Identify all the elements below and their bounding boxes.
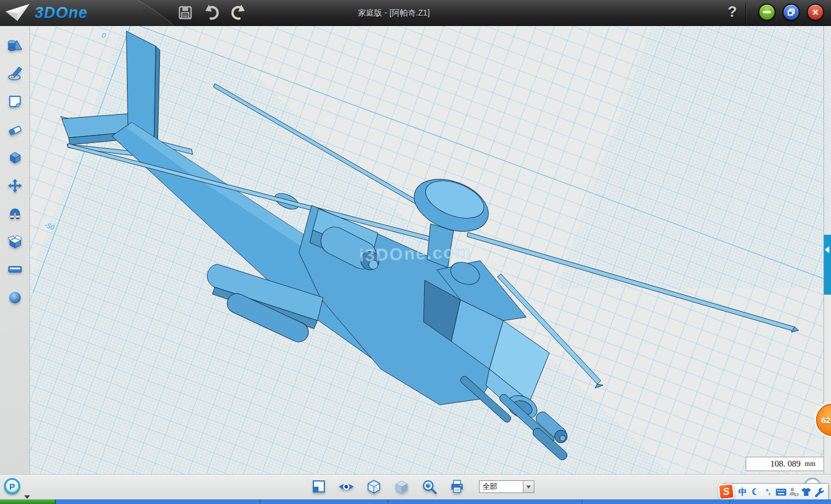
minimize-button[interactable] [758, 3, 776, 21]
shaded-display-button[interactable] [392, 477, 411, 497]
watermark: i3DOne.com [358, 242, 471, 265]
primitive-solids-icon [7, 38, 23, 53]
app-logo: 3DOne [5, 2, 88, 23]
eye-icon [338, 480, 355, 494]
ime-punctuation-toggle[interactable]: °, [762, 484, 774, 499]
badge-count: 62 [821, 415, 831, 425]
move-arrows-icon [8, 178, 23, 193]
ime-fullhalf-moon-icon[interactable]: ☾ [749, 484, 762, 499]
close-button[interactable]: ✕ [807, 3, 824, 21]
sphere-icon [8, 290, 23, 305]
measurement-readout: 108. 089 mm [746, 457, 824, 471]
zoom-study-button[interactable] [420, 477, 439, 497]
sidebar-item-combine-box[interactable] [2, 228, 28, 256]
wrench-icon [814, 487, 824, 497]
save-button[interactable] [177, 3, 194, 22]
magnet-icon [8, 206, 23, 221]
save-icon [178, 5, 193, 20]
ime-skin-tshirt[interactable] [800, 484, 813, 499]
sidebar-item-solid-cube-feature[interactable] [2, 144, 28, 172]
ime-skin-person-badge[interactable]: 19 [787, 484, 800, 499]
view-plane-button[interactable] [309, 477, 328, 497]
gun-muzzle-core [560, 435, 566, 441]
view-toolbar: P [0, 474, 831, 499]
filter-selected-value: 全部 [480, 482, 523, 492]
undo-icon [203, 5, 220, 21]
pattern-mode-button[interactable]: P [4, 478, 20, 494]
undo-button[interactable] [203, 3, 220, 22]
sidebar-item-material-sphere[interactable] [2, 284, 28, 312]
sidebar-item-sketch-draw[interactable] [2, 60, 28, 88]
sidebar-item-magnet-snap[interactable] [2, 200, 28, 228]
close-icon: ✕ [812, 8, 819, 17]
3done-application-window: 3DOne [0, 0, 831, 504]
sidebar-item-primitive-solids[interactable] [2, 32, 28, 60]
app-logo-text: 3DOne [35, 4, 88, 22]
collapsed-panel-tab[interactable] [823, 235, 831, 295]
magnifier-cube-icon [422, 479, 437, 495]
help-button[interactable]: ? [724, 3, 741, 22]
redo-icon [230, 5, 247, 21]
taskbar-divider [582, 499, 582, 504]
tshirt-icon [801, 487, 811, 497]
shaded-cube-icon [394, 479, 409, 494]
taskbar-divider [729, 499, 730, 504]
view-tools-group: 全部 [309, 477, 534, 497]
window-controls: ✕ [758, 3, 824, 21]
os-taskbar[interactable] [0, 499, 831, 504]
ime-language-toggle[interactable]: 中 [736, 484, 749, 499]
taskbar-divider [260, 499, 260, 504]
person-icon: 19 [788, 487, 799, 497]
display-filter-dropdown[interactable]: 全部 [479, 480, 534, 493]
dropdown-button[interactable] [523, 481, 534, 492]
taskbar-divider [388, 499, 388, 504]
grid-label-0: 0 [100, 31, 107, 40]
restore-icon [788, 9, 795, 16]
pattern-dropdown-arrow[interactable] [24, 495, 30, 499]
restore-button[interactable] [783, 3, 800, 21]
sketch-pencil-icon [8, 66, 23, 81]
ime-toolbar: S 中 ☾ °, 19 [723, 483, 829, 501]
tools-sidebar [0, 26, 30, 474]
quick-actions-toolbar [177, 3, 247, 22]
sogou-ime-icon[interactable]: S [718, 483, 735, 500]
measurement-unit: mm [804, 460, 815, 468]
sidebar-item-eraser-edit[interactable] [2, 116, 28, 144]
slab-icon [8, 262, 23, 277]
sidebar-item-move-transform[interactable] [2, 172, 28, 200]
ime-keyboard-icon[interactable] [774, 484, 787, 499]
view-plane-icon [311, 479, 326, 494]
sidebar-item-sketch-plane[interactable] [2, 88, 28, 116]
os-start-button[interactable] [0, 499, 56, 504]
eraser-icon [8, 122, 23, 137]
redo-button[interactable] [230, 3, 247, 22]
header-divider [746, 3, 746, 22]
3d-viewport[interactable]: 0 -25 -50 [0, 26, 831, 474]
scene-svg: 0 -25 -50 [0, 26, 831, 474]
wireframe-cube-icon [366, 479, 381, 494]
keyboard-icon [776, 488, 787, 496]
chevron-left-icon [825, 246, 829, 253]
paper-plane-icon [5, 2, 31, 23]
title-bar: 3DOne [0, 0, 831, 26]
svg-text:19: 19 [794, 492, 799, 497]
sidebar-item-section-slab[interactable] [2, 255, 28, 284]
printer-icon [450, 479, 465, 494]
wireframe-display-button[interactable] [365, 477, 383, 497]
open-box-icon [8, 234, 23, 249]
visibility-button[interactable] [337, 477, 355, 497]
header-swoosh-decoration [0, 0, 831, 26]
sketch-plane-icon [8, 94, 23, 109]
measurement-value: 108. 089 [770, 459, 801, 469]
cube-icon [8, 150, 23, 165]
ime-settings-wrench[interactable] [813, 484, 825, 499]
grid-label-neg50: -50 [43, 221, 55, 232]
print-button[interactable] [448, 477, 466, 497]
chevron-down-icon [526, 486, 531, 488]
